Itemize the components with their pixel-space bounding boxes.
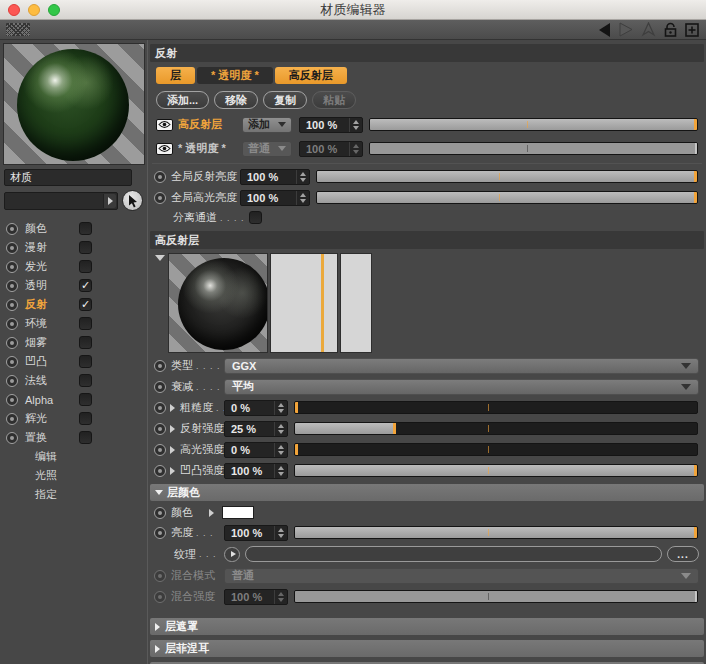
- layer-mask-header[interactable]: 层遮罩: [150, 618, 704, 635]
- roughness-slider[interactable]: [294, 401, 698, 414]
- param-radio[interactable]: [154, 527, 166, 539]
- expand-caret-icon[interactable]: [170, 404, 175, 412]
- channel-row-reflectance[interactable]: 反射 ✓: [3, 295, 147, 314]
- layer-color-header[interactable]: 层颜色: [150, 484, 704, 501]
- channel-radio[interactable]: [6, 375, 18, 387]
- color-swatch[interactable]: [222, 506, 254, 519]
- attenuation-dropdown[interactable]: 平均: [224, 379, 699, 395]
- expand-caret-icon[interactable]: [209, 509, 214, 517]
- layer-strength-field[interactable]: 100 %: [299, 117, 363, 133]
- separate-pass-checkbox[interactable]: [249, 211, 262, 224]
- global-specular-field[interactable]: 100 %: [240, 190, 310, 206]
- layer-strength-slider[interactable]: [369, 142, 698, 155]
- selector-expand-button[interactable]: [103, 194, 116, 208]
- param-radio[interactable]: [154, 465, 166, 477]
- reflection-strength-field[interactable]: 25 %: [224, 421, 288, 437]
- drag-grip-icon[interactable]: [6, 23, 30, 36]
- channel-checkbox[interactable]: [79, 317, 92, 330]
- material-preview[interactable]: [3, 43, 145, 165]
- param-radio[interactable]: [154, 444, 166, 456]
- channel-row-displacement[interactable]: 置换: [3, 428, 147, 447]
- stepper[interactable]: [274, 443, 287, 457]
- channel-checkbox[interactable]: [79, 336, 92, 349]
- forward-arrow-icon[interactable]: [616, 22, 636, 38]
- channel-radio[interactable]: [6, 432, 18, 444]
- channel-radio[interactable]: [6, 394, 18, 406]
- brightness-field[interactable]: 100 %: [224, 525, 288, 541]
- brightness-slider[interactable]: [294, 526, 698, 539]
- channel-radio[interactable]: [6, 356, 18, 368]
- zoom-button[interactable]: [48, 4, 60, 16]
- global-reflection-field[interactable]: 100 %: [240, 169, 310, 185]
- channel-checkbox[interactable]: ✓: [79, 279, 92, 292]
- paste-layer-button[interactable]: 粘贴: [312, 91, 356, 109]
- global-specular-slider[interactable]: [316, 191, 698, 204]
- channel-checkbox[interactable]: ✓: [79, 298, 92, 311]
- channel-radio[interactable]: [6, 299, 18, 311]
- layer-name[interactable]: 高反射层: [178, 117, 238, 132]
- expand-caret-icon[interactable]: [170, 425, 175, 433]
- material-selector-input[interactable]: [4, 192, 118, 210]
- channel-row-alpha[interactable]: Alpha: [3, 390, 147, 409]
- param-radio[interactable]: [154, 507, 166, 519]
- channel-row-environment[interactable]: 环境: [3, 314, 147, 333]
- param-radio[interactable]: [154, 192, 166, 204]
- lock-icon[interactable]: [660, 22, 680, 38]
- stepper[interactable]: [296, 170, 309, 184]
- remove-layer-button[interactable]: 移除: [214, 91, 258, 109]
- tab-default-specular[interactable]: 高反射层: [275, 67, 347, 84]
- channel-row-bump[interactable]: 凹凸: [3, 352, 147, 371]
- channel-row-transparency[interactable]: 透明 ✓: [3, 276, 147, 295]
- specular-strength-slider[interactable]: [294, 443, 698, 456]
- reflection-strength-slider[interactable]: [294, 422, 698, 435]
- channel-radio[interactable]: [6, 337, 18, 349]
- expand-caret-icon[interactable]: [170, 446, 175, 454]
- layer-fresnel-header[interactable]: 层菲涅耳: [150, 640, 704, 657]
- channel-radio[interactable]: [6, 242, 18, 254]
- texture-play-button[interactable]: [224, 547, 240, 562]
- blend-mode-dropdown[interactable]: 添加: [242, 117, 292, 133]
- mix-strength-slider[interactable]: [294, 590, 698, 603]
- stepper[interactable]: [349, 118, 362, 132]
- bump-strength-slider[interactable]: [294, 464, 698, 477]
- param-radio[interactable]: [154, 402, 166, 414]
- channel-radio[interactable]: [6, 413, 18, 425]
- pick-material-button[interactable]: [122, 190, 143, 211]
- stepper[interactable]: [274, 422, 287, 436]
- channel-checkbox[interactable]: [79, 222, 92, 235]
- channel-checkbox[interactable]: [79, 260, 92, 273]
- tab-layers[interactable]: 层: [156, 67, 195, 84]
- stepper[interactable]: [274, 526, 287, 540]
- stepper[interactable]: [274, 464, 287, 478]
- stepper[interactable]: [349, 142, 362, 156]
- close-button[interactable]: [8, 4, 20, 16]
- sidebar-item-editor[interactable]: 编辑: [3, 447, 147, 466]
- copy-layer-button[interactable]: 复制: [263, 91, 307, 109]
- falloff-preview[interactable]: [270, 253, 338, 353]
- channel-row-glow[interactable]: 辉光: [3, 409, 147, 428]
- param-radio[interactable]: [154, 570, 166, 582]
- channel-checkbox[interactable]: [79, 393, 92, 406]
- minimize-button[interactable]: [28, 4, 40, 16]
- channel-row-normal[interactable]: 法线: [3, 371, 147, 390]
- mix-strength-field[interactable]: 100 %: [224, 589, 288, 605]
- falloff-preview-secondary[interactable]: [340, 253, 372, 353]
- bump-strength-field[interactable]: 100 %: [224, 463, 288, 479]
- texture-field[interactable]: [245, 546, 662, 562]
- channel-row-fog[interactable]: 烟雾: [3, 333, 147, 352]
- tab-transparency[interactable]: * 透明度 *: [197, 67, 273, 84]
- channel-row-color[interactable]: 颜色: [3, 219, 147, 238]
- channel-radio[interactable]: [6, 280, 18, 292]
- material-name-field[interactable]: 材质: [4, 169, 132, 186]
- layer-preview-sphere[interactable]: [168, 253, 268, 353]
- channel-checkbox[interactable]: [79, 374, 92, 387]
- channel-checkbox[interactable]: [79, 431, 92, 444]
- layer-name[interactable]: * 透明度 *: [178, 141, 238, 156]
- channel-radio[interactable]: [6, 223, 18, 235]
- collapse-triangle-icon[interactable]: [155, 255, 165, 261]
- type-dropdown[interactable]: GGX: [224, 358, 699, 374]
- sidebar-item-illumination[interactable]: 光照: [3, 466, 147, 485]
- param-radio[interactable]: [154, 360, 166, 372]
- channel-checkbox[interactable]: [79, 412, 92, 425]
- add-layer-button[interactable]: 添加...: [156, 91, 209, 109]
